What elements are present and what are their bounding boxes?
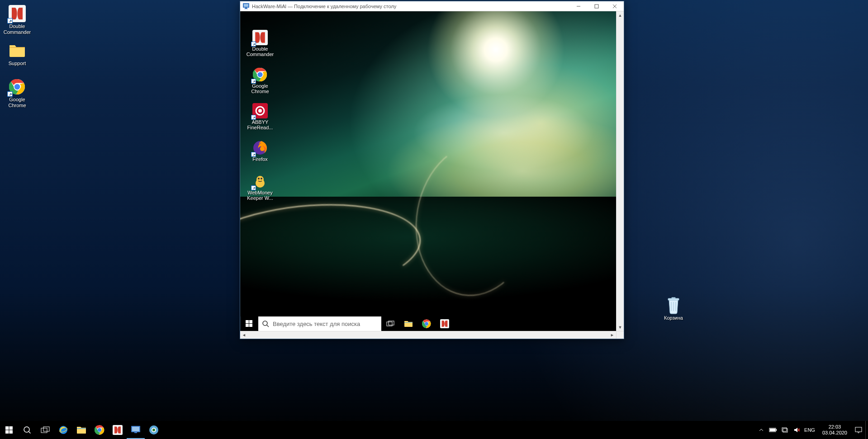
svg-rect-8 [244,9,248,9]
taskbar-double-commander[interactable] [109,421,127,439]
host-taskbar[interactable]: ENG 22:03 03.04.2020 [0,421,868,439]
scroll-left-button[interactable]: ◄ [240,331,248,339]
webmoney-icon: ↗ [252,173,268,189]
svg-point-31 [425,322,428,326]
remote-icon-double-commander[interactable]: ↗ Double Commander [244,29,276,57]
svg-rect-34 [9,426,12,430]
scroll-right-button[interactable]: ► [608,331,616,339]
svg-rect-33 [5,426,9,430]
svg-rect-27 [387,322,392,326]
minimize-button[interactable] [569,1,588,11]
desktop-icon-recycle-bin[interactable]: Корзина [656,296,691,321]
remote-taskbar-double-commander[interactable] [436,316,454,331]
rdp-window[interactable]: HackWare-MiAl — Подключение к удаленному… [240,1,624,339]
svg-point-20 [258,178,260,179]
svg-rect-53 [770,429,775,431]
remote-taskbar-explorer[interactable] [399,316,417,331]
icon-label: ABBYY FineRead... [247,119,273,130]
remote-search-box[interactable]: Введите здесь текст для поиска [258,316,381,331]
svg-rect-52 [776,429,777,431]
shortcut-arrow-icon: ↗ [7,18,13,24]
shortcut-arrow-icon: ↗ [251,152,256,157]
remote-icon-google-chrome[interactable]: ↗ Google Chrome [244,66,276,94]
svg-rect-35 [5,430,9,433]
maximize-button[interactable] [588,1,606,11]
remote-icon-firefox[interactable]: ↗ Firefox [244,140,276,162]
svg-rect-32 [440,319,449,328]
scroll-corner [616,331,624,339]
chrome-icon: ↗ [252,66,268,83]
icon-label: Firefox [252,156,268,162]
taskbar-explorer[interactable] [72,421,90,439]
folder-icon [8,42,26,60]
taskbar-ie[interactable] [54,421,72,439]
svg-rect-4 [668,298,679,300]
scroll-track[interactable] [248,331,608,339]
remote-taskbar[interactable]: Введите здесь текст для поиска [240,316,616,331]
desktop-icon-support-folder[interactable]: Support [0,42,34,66]
remote-start-button[interactable] [240,316,258,331]
chrome-icon: ↗ [8,78,26,96]
shortcut-arrow-icon: ↗ [251,42,256,47]
svg-rect-39 [43,427,49,431]
desktop-icon-google-chrome[interactable]: ↗ Google Chrome [0,78,34,109]
tray-volume-icon[interactable] [792,426,801,434]
svg-rect-28 [389,321,394,325]
show-desktop-button[interactable] [865,421,868,439]
remote-icon-webmoney-keeper[interactable]: ↗ WebMoney Keeper W... [244,173,276,201]
svg-rect-9 [595,5,598,8]
svg-point-26 [263,321,267,326]
search-button[interactable] [18,421,36,439]
icon-label: Google Chrome [8,97,26,109]
scroll-down-button[interactable]: ▼ [617,323,624,331]
tray-date: 03.04.2020 [822,430,847,436]
shortcut-arrow-icon: ↗ [251,185,256,190]
icon-label: Support [9,61,26,66]
taskbar-rdp-running[interactable] [127,421,145,439]
host-desktop[interactable]: ↗ Double Commander Support ↗ Google Chro… [0,0,868,439]
tray-network-icon[interactable] [781,426,789,434]
system-tray[interactable]: ENG 22:03 03.04.2020 [754,421,865,439]
svg-rect-22 [246,320,249,323]
svg-rect-36 [9,430,12,433]
rdp-titlebar[interactable]: HackWare-MiAl — Подключение к удаленному… [240,1,624,11]
tray-battery-icon[interactable] [769,426,777,434]
remote-task-view-button[interactable] [381,316,399,331]
double-commander-icon: ↗ [252,29,268,46]
icon-label: Корзина [664,315,683,321]
rdp-horizontal-scrollbar[interactable]: ◄ ► [240,331,624,339]
svg-point-19 [256,176,264,183]
rdp-vertical-scrollbar[interactable]: ▲ ▼ [616,11,624,331]
task-view-button[interactable] [36,421,54,439]
svg-rect-24 [246,324,249,327]
svg-rect-48 [134,432,137,433]
remote-icon-abbyy-finereader[interactable]: ↗ ABBYY FineRead... [244,103,276,130]
rdp-client-area: ↗ Double Commander ↗ Google Chrome [240,11,624,331]
svg-rect-47 [132,427,139,431]
icon-label: Google Chrome [251,83,269,94]
tray-language[interactable]: ENG [804,427,815,433]
svg-point-44 [98,428,102,432]
remote-search-placeholder: Введите здесь текст для поиска [273,321,360,327]
remote-desktop[interactable]: ↗ Double Commander ↗ Google Chrome [240,11,616,331]
scroll-up-button[interactable]: ▲ [617,11,624,19]
start-button[interactable] [0,421,18,439]
svg-point-37 [24,427,29,432]
tray-action-center-icon[interactable] [854,426,863,434]
svg-point-21 [261,178,262,179]
double-commander-icon: ↗ [8,5,26,23]
tray-time: 22:03 [822,424,847,430]
tray-overflow-icon[interactable] [757,426,765,434]
svg-rect-42 [77,428,86,429]
remote-taskbar-chrome[interactable] [417,316,436,331]
taskbar-chrome[interactable] [90,421,109,439]
scroll-track[interactable] [617,19,624,323]
tray-clock[interactable]: 22:03 03.04.2020 [819,424,851,436]
rdp-viewport[interactable]: ↗ Double Commander ↗ Google Chrome [240,11,616,331]
desktop-icon-double-commander[interactable]: ↗ Double Commander [0,5,34,35]
icon-label: WebMoney Keeper W... [247,190,273,201]
firefox-icon: ↗ [252,140,268,156]
close-button[interactable] [606,1,624,11]
icon-label: Double Commander [4,24,31,35]
taskbar-app[interactable] [145,421,163,439]
